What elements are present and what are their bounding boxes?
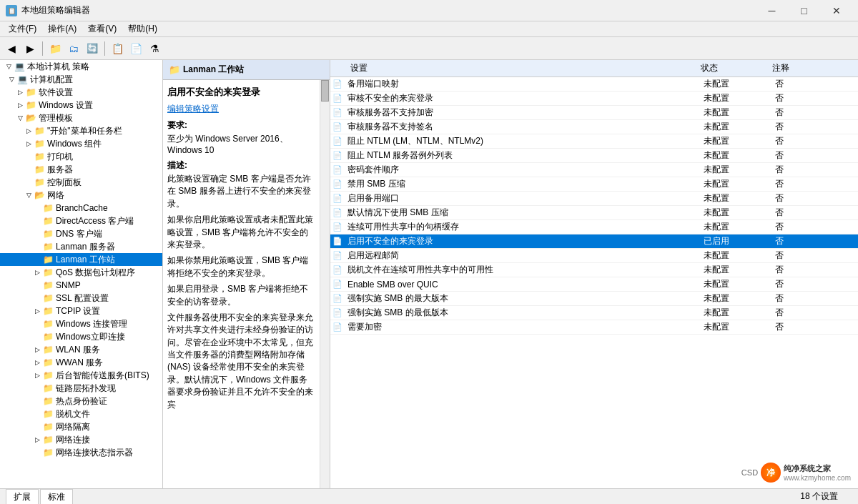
- tree-item-lldp[interactable]: 📁 链路层拓扑发现: [0, 382, 162, 395]
- sync-button[interactable]: 🔄: [84, 40, 101, 57]
- settings-row-icon: 📄: [330, 292, 345, 306]
- tree-item-lanman-ws[interactable]: 📁 Lanman 工作站: [0, 253, 162, 266]
- settings-row-note: 否: [772, 264, 858, 276]
- tree-windows-arrow[interactable]: ▷: [14, 102, 26, 109]
- tree-admin-arrow[interactable]: ▽: [14, 114, 26, 122]
- menu-view[interactable]: 查看(V): [82, 21, 122, 36]
- menu-action[interactable]: 操作(A): [42, 21, 82, 36]
- tree-item-tcpip[interactable]: ▷ 📁 TCPIP 设置: [0, 305, 162, 317]
- tab-expand[interactable]: 扩展: [6, 489, 39, 505]
- tree-network-arrow[interactable]: ▽: [23, 192, 34, 199]
- forward-button[interactable]: ▶: [21, 40, 39, 57]
- tree-root[interactable]: ▽ 💻 本地计算机 策略: [0, 60, 162, 73]
- menu-file[interactable]: 文件(F): [3, 21, 42, 36]
- tree-item-offline[interactable]: 📁 脱机文件: [0, 407, 162, 420]
- tree-item-hotspot[interactable]: 📁 热点身份验证: [0, 395, 162, 407]
- tree-ncsi-label: 网络连接状态指示器: [56, 447, 133, 459]
- settings-row-icon: 📄: [330, 106, 345, 120]
- tree-wincomp-arrow[interactable]: ▷: [23, 140, 34, 147]
- tree-item-ncsi[interactable]: 📁 网络连接状态指示器: [0, 446, 162, 459]
- close-button[interactable]: ✕: [820, 0, 852, 21]
- tree-qos-arrow[interactable]: ▷: [31, 269, 43, 276]
- filter-button[interactable]: ⚗: [146, 40, 163, 57]
- tree-root-label: 本地计算机 策略: [27, 61, 89, 73]
- tree-item-qos[interactable]: ▷ 📁 QoS 数据包计划程序: [0, 266, 162, 279]
- view-button[interactable]: 📋: [109, 40, 126, 57]
- settings-row[interactable]: 📄默认情况下使用 SMB 压缩未配置否: [330, 206, 858, 220]
- tree-item-branchcache[interactable]: 📁 BranchCache: [0, 202, 162, 214]
- tree-tcp-arrow[interactable]: ▷: [31, 307, 43, 315]
- tree-item-network[interactable]: ▽ 📂 网络: [0, 189, 162, 202]
- desc-scroll-thumb[interactable]: [321, 80, 329, 102]
- show-hide-button[interactable]: 🗂: [65, 40, 82, 57]
- tree-ls-label: Lanman 服务器: [56, 241, 115, 253]
- tab-standard[interactable]: 标准: [40, 489, 73, 505]
- tree-wlan-arrow[interactable]: ▷: [31, 346, 43, 353]
- settings-row[interactable]: 📄强制实施 SMB 的最低版本未配置否: [330, 306, 858, 320]
- tree-item-lanman-server[interactable]: 📁 Lanman 服务器: [0, 240, 162, 253]
- tree-item-ssl[interactable]: 📁 SSL 配置设置: [0, 292, 162, 305]
- tree-item-wwan[interactable]: ▷ 📁 WWAN 服务: [0, 356, 162, 369]
- tree-item-directaccess[interactable]: 📁 DirectAccess 客户端: [0, 214, 162, 227]
- col-header-name[interactable]: 设置: [347, 62, 698, 74]
- tree-software-arrow[interactable]: ▷: [14, 89, 26, 96]
- tree-root-arrow[interactable]: ▽: [3, 63, 14, 70]
- tree-item-bits[interactable]: ▷ 📁 后台智能传送服务(BITS): [0, 369, 162, 382]
- maximize-button[interactable]: □: [788, 0, 820, 21]
- settings-row[interactable]: 📄阻止 NTLM 服务器例外列表未配置否: [330, 149, 858, 163]
- tree-item-admin[interactable]: ▽ 📂 管理模板: [0, 112, 162, 124]
- settings-row[interactable]: 📄启用备用端口未配置否: [330, 192, 858, 206]
- back-button[interactable]: ◀: [3, 40, 20, 57]
- tree-wwan-arrow[interactable]: ▷: [31, 359, 43, 366]
- settings-row[interactable]: 📄审核服务器不支持加密未配置否: [330, 106, 858, 120]
- menu-bar: 文件(F) 操作(A) 查看(V) 帮助(H): [0, 21, 858, 37]
- settings-row[interactable]: 📄禁用 SMB 压缩未配置否: [330, 177, 858, 192]
- tree-item-server[interactable]: 📁 服务器: [0, 163, 162, 176]
- tree-item-wincm[interactable]: 📁 Windows 连接管理: [0, 317, 162, 330]
- policy-settings-link[interactable]: 编辑策略设置: [167, 104, 219, 114]
- tree-item-isolation[interactable]: 📁 网络隔离: [0, 420, 162, 433]
- settings-row[interactable]: 📄需要加密未配置否: [330, 320, 858, 335]
- tree-item-dns[interactable]: 📁 DNS 客户端: [0, 227, 162, 240]
- settings-row[interactable]: 📄Enable SMB over QUIC未配置否: [330, 277, 858, 292]
- tree-computer-arrow[interactable]: ▽: [6, 76, 17, 83]
- up-button[interactable]: 📁: [46, 40, 64, 57]
- settings-row[interactable]: 📄启用不安全的来宾登录已启用否: [330, 234, 858, 249]
- settings-row[interactable]: 📄审核服务器不支持签名未配置否: [330, 120, 858, 134]
- settings-row[interactable]: 📄连续可用性共享中的句柄缓存未配置否: [330, 220, 858, 234]
- tree-item-startmenu[interactable]: ▷ 📁 "开始"菜单和任务栏: [0, 124, 162, 137]
- tree-item-computer-config[interactable]: ▽ 💻 计算机配置: [0, 73, 162, 86]
- tree-item-printer[interactable]: 📁 打印机: [0, 150, 162, 163]
- settings-row[interactable]: 📄阻止 NTLM (LM、NTLM、NTLMv2)未配置否: [330, 134, 858, 149]
- settings-row-icon: 📄: [330, 120, 345, 134]
- tree-item-wic[interactable]: 📁 Windows立即连接: [0, 330, 162, 343]
- settings-row[interactable]: 📄审核不安全的来宾登录未配置否: [330, 92, 858, 106]
- tree-nc-arrow[interactable]: ▷: [31, 436, 43, 443]
- tree-startmenu-label: "开始"菜单和任务栏: [47, 125, 122, 137]
- tree-item-netconn[interactable]: ▷ 📁 网络连接: [0, 433, 162, 446]
- settings-row[interactable]: 📄强制实施 SMB 的最大版本未配置否: [330, 292, 858, 306]
- desc-scrollbar[interactable]: [320, 80, 330, 488]
- col-header-status[interactable]: 状态: [698, 62, 769, 74]
- settings-header: 设置 状态 注释: [330, 60, 858, 77]
- minimize-button[interactable]: ─: [756, 0, 788, 21]
- tree-item-snmp[interactable]: 📁 SNMP: [0, 279, 162, 292]
- tree-lw-label: Lanman 工作站: [56, 254, 115, 266]
- tree-item-software[interactable]: ▷ 📁 软件设置: [0, 86, 162, 99]
- tree-bits-arrow[interactable]: ▷: [31, 372, 43, 379]
- settings-row[interactable]: 📄启用远程邮简未配置否: [330, 249, 858, 263]
- tree-item-windows[interactable]: ▷ 📁 Windows 设置: [0, 99, 162, 112]
- settings-row[interactable]: 📄密码套件顺序未配置否: [330, 163, 858, 177]
- detail-button[interactable]: 📄: [127, 40, 144, 57]
- settings-row-status: 未配置: [701, 121, 772, 133]
- tree-item-controlpanel[interactable]: 📁 控制面板: [0, 176, 162, 189]
- toolbar: ◀ ▶ 📁 🗂 🔄 📋 📄 ⚗: [0, 37, 858, 60]
- settings-row[interactable]: 📄备用端口映射未配置否: [330, 77, 858, 92]
- settings-row[interactable]: 📄脱机文件在连续可用性共享中的可用性未配置否: [330, 263, 858, 277]
- menu-help[interactable]: 帮助(H): [122, 21, 163, 36]
- tree-item-wincomp[interactable]: ▷ 📁 Windows 组件: [0, 137, 162, 150]
- col-header-note[interactable]: 注释: [769, 62, 855, 74]
- tree-item-wlan[interactable]: ▷ 📁 WLAN 服务: [0, 343, 162, 356]
- desc-text2: 如果你启用此策略设置或者未配置此策略设置，SMB 客户端将允许不安全的来宾登录。: [167, 214, 315, 251]
- tree-startmenu-arrow[interactable]: ▷: [23, 127, 34, 134]
